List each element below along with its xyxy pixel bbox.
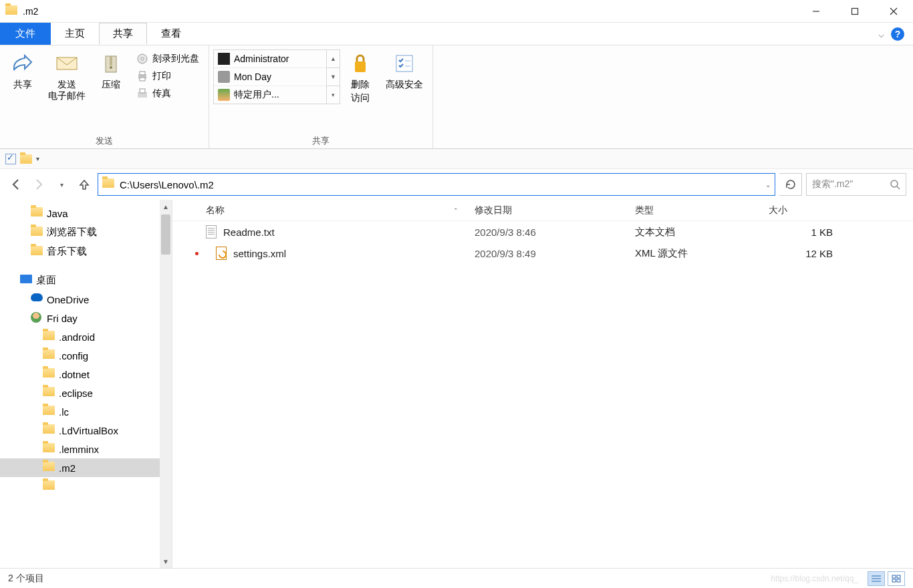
ribbon-help-area: ⌵ ? — [864, 23, 913, 45]
tab-home[interactable]: 主页 — [51, 23, 99, 45]
share-target-specific[interactable]: 特定用户... — [214, 86, 326, 104]
scroll-up-icon[interactable]: ▲ — [160, 200, 172, 213]
file-name: settings.xml — [233, 248, 286, 259]
collapse-ribbon-icon[interactable]: ⌵ — [878, 28, 884, 40]
nav-back-button[interactable] — [7, 175, 25, 194]
window-title: .m2 — [23, 6, 38, 17]
file-type: XML 源文件 — [635, 247, 688, 260]
file-row[interactable]: settings.xml2020/9/3 8:49XML 源文件12 KB — [172, 243, 913, 264]
tree-label: .dotnet — [59, 369, 90, 380]
tree-item-android[interactable]: .android — [0, 327, 172, 346]
svg-line-20 — [897, 186, 900, 189]
svg-rect-1 — [852, 8, 858, 14]
address-bar[interactable]: ⌄ — [98, 173, 775, 196]
address-dropdown-icon[interactable]: ⌄ — [765, 181, 771, 188]
tree-label: .LdVirtualBox — [59, 425, 118, 436]
qat-folder-icon — [20, 154, 32, 164]
col-type[interactable]: 类型 — [627, 204, 761, 216]
xml-file-icon — [216, 247, 227, 260]
qat-checkbox[interactable] — [5, 154, 16, 164]
tree-label: .eclipse — [59, 388, 93, 399]
tree-item-lc[interactable]: .lc — [0, 402, 172, 421]
tree-item-config[interactable]: .config — [0, 346, 172, 365]
file-list-pane: 名称⌃ 修改日期 类型 大小 Readme.txt2020/9/3 8:46文本… — [172, 200, 913, 568]
tree-label: 浏览器下载 — [47, 226, 97, 239]
tree-item-eclipse[interactable]: .eclipse — [0, 384, 172, 402]
share-target-admin-label: Administrator — [234, 53, 289, 64]
svg-rect-6 — [110, 56, 112, 65]
tree-label: OneDrive — [47, 294, 89, 305]
col-date-label: 修改日期 — [475, 204, 512, 216]
advanced-security-button[interactable]: 高级安全 — [380, 48, 428, 91]
svg-rect-16 — [396, 55, 412, 71]
address-input[interactable] — [120, 179, 760, 190]
nav-up-button[interactable] — [75, 175, 94, 194]
tree-item-java[interactable]: Java — [0, 204, 172, 223]
col-name[interactable]: 名称⌃ — [172, 204, 467, 216]
tree-item-onedrive[interactable]: OneDrive — [0, 290, 172, 309]
zip-button[interactable]: 压缩 — [92, 48, 130, 91]
tree-item-music-dl[interactable]: 音乐下载 — [0, 242, 172, 261]
tab-share[interactable]: 共享 — [99, 23, 147, 45]
share-target-monday[interactable]: Mon Day — [214, 68, 326, 86]
qat-dropdown-icon[interactable]: ▾ — [36, 155, 39, 162]
tab-file[interactable]: 文件 — [0, 23, 51, 45]
printer-icon — [136, 70, 148, 82]
nav-scrollbar[interactable]: ▲ ▼ — [160, 200, 172, 568]
ribbon: 共享 发送 电子邮件 压缩 刻录到光盘 打印 传真 发送 Administrat… — [0, 45, 913, 149]
nav-forward-button[interactable] — [29, 175, 48, 194]
tree-item-lemminx[interactable]: .lemminx — [0, 440, 172, 458]
tree-item-ldvirtualbox[interactable]: .LdVirtualBox — [0, 421, 172, 440]
tree-label: .m2 — [59, 462, 76, 474]
txt-file-icon — [206, 225, 217, 239]
quick-access-toolbar: ▾ — [0, 149, 913, 169]
spin-down-button[interactable]: ▼ — [327, 68, 340, 86]
admin-avatar-icon — [218, 53, 230, 65]
tree-item-more[interactable] — [0, 477, 172, 496]
email-button[interactable]: 发送 电子邮件 — [43, 48, 91, 102]
tree-item-browser-dl[interactable]: 浏览器下载 — [0, 223, 172, 242]
file-row[interactable]: Readme.txt2020/9/3 8:46文本文档1 KB — [172, 221, 913, 243]
fax-icon — [136, 88, 148, 100]
help-icon[interactable]: ? — [891, 27, 904, 41]
svg-rect-11 — [140, 71, 145, 75]
spin-up-button[interactable]: ▲ — [327, 50, 340, 68]
tree-item-friday[interactable]: Fri day — [0, 309, 172, 327]
scroll-thumb[interactable] — [161, 214, 170, 255]
col-date[interactable]: 修改日期 — [467, 204, 627, 216]
remove-access-button[interactable]: 删除 访问 — [342, 48, 379, 104]
file-date: 2020/9/3 8:46 — [475, 227, 536, 238]
spin-more-button[interactable]: ▾ — [327, 86, 340, 104]
address-folder-icon — [102, 178, 114, 190]
checklist-icon — [393, 52, 416, 75]
tree-item-m2[interactable]: .m2 — [0, 458, 172, 477]
window-folder-icon — [5, 5, 17, 17]
search-icon — [890, 179, 900, 190]
group-send-label: 发送 — [4, 132, 205, 148]
scroll-down-icon[interactable]: ▼ — [160, 555, 172, 568]
share-target-administrator[interactable]: Administrator — [214, 50, 326, 68]
navigation-pane: Java 浏览器下载 音乐下载 桌面 OneDrive Fri day .and… — [0, 200, 172, 568]
view-details-button[interactable] — [868, 571, 885, 586]
status-item-count: 2 个项目 — [8, 573, 44, 585]
minimize-button[interactable] — [797, 0, 835, 23]
tree-item-desktop[interactable]: 桌面 — [0, 271, 172, 290]
view-icons-button[interactable] — [888, 571, 905, 586]
nav-recent-dropdown[interactable]: ▾ — [52, 175, 71, 194]
burn-disc-button[interactable]: 刻录到光盘 — [131, 51, 205, 67]
refresh-button[interactable] — [779, 173, 802, 196]
share-targets-spinner: ▲ ▼ ▾ — [327, 49, 340, 104]
close-button[interactable] — [874, 0, 913, 23]
share-button[interactable]: 共享 — [4, 48, 41, 91]
print-button[interactable]: 打印 — [131, 68, 205, 84]
col-size[interactable]: 大小 — [761, 204, 841, 216]
tree-label: Java — [47, 208, 68, 219]
maximize-button[interactable] — [835, 0, 874, 23]
tree-label: .lemminx — [59, 444, 99, 455]
tree-item-dotnet[interactable]: .dotnet — [0, 365, 172, 384]
fax-button[interactable]: 传真 — [131, 86, 205, 102]
tab-view[interactable]: 查看 — [147, 23, 195, 45]
search-box[interactable]: 搜索".m2" — [806, 173, 906, 196]
share-target-specific-label: 特定用户... — [234, 89, 279, 101]
disc-icon — [136, 53, 148, 65]
